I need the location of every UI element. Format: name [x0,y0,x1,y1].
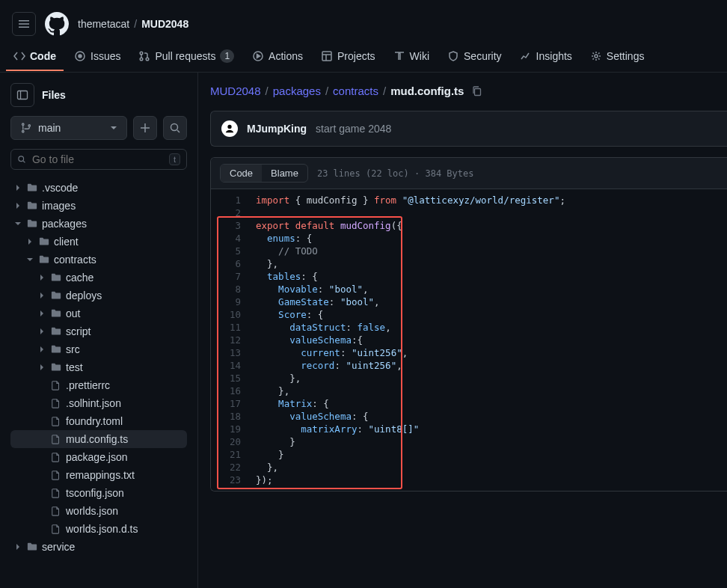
repo-breadcrumb: themetacat / MUD2048 [78,18,188,30]
chevron-icon [25,238,34,245]
svg-point-9 [595,55,598,58]
chevron-icon [37,274,46,281]
commit-author[interactable]: MJumpKing [247,123,307,135]
sidebar-icon [16,89,28,101]
svg-point-2 [141,52,144,55]
folder-icon [39,236,49,247]
folder-test[interactable]: test [10,358,187,376]
file--prettierrc[interactable]: .prettierrc [10,376,187,394]
code-blame-toggle: Code Blame [220,164,308,183]
chevron-icon [13,184,22,192]
file-icon [51,470,61,480]
svg-rect-10 [18,91,28,99]
copy-path-button[interactable] [471,85,483,97]
search-files-button[interactable] [163,116,187,140]
collapse-sidebar-button[interactable] [10,83,34,107]
folder-cache[interactable]: cache [10,269,187,287]
folder-service[interactable]: service [10,538,187,556]
folder-packages[interactable]: packages [10,215,187,233]
folder-icon [39,254,49,265]
tab-projects[interactable]: Projects [313,43,383,71]
tab-code[interactable]: Code [6,43,64,71]
tab-insights[interactable]: Insights [512,43,580,71]
add-file-button[interactable] [133,116,157,140]
tab-issues[interactable]: Issues [67,43,128,71]
svg-line-13 [177,130,180,132]
chevron-icon [25,256,34,263]
folder-script[interactable]: script [10,322,187,340]
file-search-input[interactable] [32,153,163,165]
file-icon [51,398,61,408]
file-icon [51,416,61,426]
issue-icon [74,50,86,62]
folder-out[interactable]: out [10,304,187,322]
folder-client[interactable]: client [10,233,187,251]
caret-down-icon [110,124,117,132]
github-logo[interactable] [45,12,69,36]
file-foundry-toml[interactable]: foundry.toml [10,412,187,430]
folder--vscode[interactable]: .vscode [10,179,187,197]
file-tsconfig-json[interactable]: tsconfig.json [10,484,187,502]
graph-icon [520,50,532,62]
file--solhint-json[interactable]: .solhint.json [10,394,187,412]
svg-point-1 [79,55,82,58]
crumb-level-1[interactable]: packages [273,85,321,97]
file-remappings-txt[interactable]: remappings.txt [10,466,187,484]
sidebar-title: Files [42,89,66,101]
book-icon [393,50,405,62]
repo-link[interactable]: MUD2048 [141,18,188,30]
crumb-level-2[interactable]: contracts [333,85,378,97]
plus-icon [139,122,151,134]
chevron-icon [37,310,46,317]
file-worlds-json-d-ts[interactable]: worlds.json.d.ts [10,520,187,538]
folder-icon [51,326,61,337]
tab-settings[interactable]: Settings [583,43,652,71]
svg-point-12 [171,124,178,131]
folder-icon [27,542,37,552]
code-icon [13,50,25,62]
latest-commit[interactable]: MJumpKing start game 2048 [210,111,727,147]
file-tree: .vscodeimagespackagesclientcontractscach… [10,179,187,584]
file-worlds-json[interactable]: worlds.json [10,502,187,520]
shield-icon [447,50,459,62]
commit-message[interactable]: start game 2048 [316,123,391,135]
folder-icon [51,344,61,355]
code-tab[interactable]: Code [221,165,262,182]
chevron-icon [37,292,46,299]
tab-security[interactable]: Security [440,43,509,71]
svg-point-4 [147,58,150,61]
file-icon [51,452,61,462]
branch-selector[interactable]: main [10,116,127,140]
chevron-icon [13,202,22,209]
svg-rect-16 [475,88,481,95]
tab-pull-requests[interactable]: Pull requests1 [131,42,242,72]
folder-icon [51,308,61,319]
file-package-json[interactable]: package.json [10,448,187,466]
folder-icon [27,218,37,229]
file-icon [51,506,61,516]
chevron-icon [37,364,46,371]
code-lines[interactable]: import { mudConfig } from "@latticexyz/w… [247,189,727,491]
hamburger-menu[interactable] [12,12,36,36]
tab-wiki[interactable]: Wiki [386,43,437,71]
file-icon [51,488,61,498]
owner-link[interactable]: themetacat [78,18,129,30]
folder-deploys[interactable]: deploys [10,287,187,304]
chevron-icon [37,328,46,335]
project-icon [321,50,333,62]
file-mud-config-ts[interactable]: mud.config.ts [10,430,187,448]
folder-contracts[interactable]: contracts [10,251,187,269]
tab-actions[interactable]: Actions [245,43,310,71]
crumb-root[interactable]: MUD2048 [210,85,261,97]
file-search[interactable]: t [10,149,187,170]
repo-tabs: CodeIssuesPull requests1ActionsProjectsW… [0,42,727,73]
file-icon [51,524,61,534]
blame-tab[interactable]: Blame [262,165,307,182]
folder-src[interactable]: src [10,340,187,358]
svg-point-3 [141,58,144,61]
svg-point-14 [19,156,24,162]
folder-images[interactable]: images [10,197,187,215]
crumb-file: mud.config.ts [390,85,464,97]
chevron-icon [37,346,46,353]
line-gutter: 1234567891011121314151617181920212223 [211,189,247,491]
